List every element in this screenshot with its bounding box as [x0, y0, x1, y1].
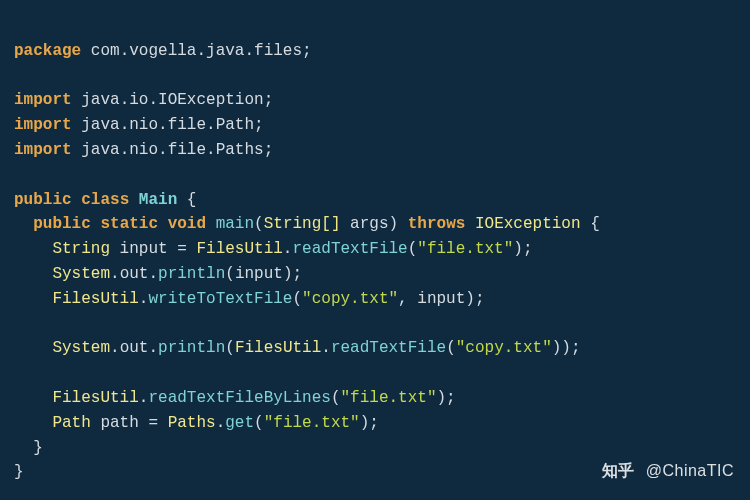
indent — [14, 215, 33, 233]
code-line-18: } — [14, 463, 24, 481]
paren-close-semi: ); — [437, 389, 456, 407]
brace-open: { — [177, 191, 196, 209]
code-line-4: import java.nio.file.Path; — [14, 116, 264, 134]
brace-close: } — [33, 439, 43, 457]
keyword-class: class — [81, 191, 129, 209]
indent — [14, 389, 52, 407]
method-println: println — [158, 339, 225, 357]
code-line-15: FilesUtil.readTextFileByLines("file.txt"… — [14, 389, 456, 407]
paren-open: ( — [408, 240, 418, 258]
brace-open: { — [581, 215, 600, 233]
string-file-txt: "file.txt" — [264, 414, 360, 432]
comma: , — [398, 290, 417, 308]
string-copy-txt: "copy.txt" — [456, 339, 552, 357]
indent — [14, 439, 33, 457]
paren-open: ( — [446, 339, 456, 357]
import-path: java.nio.file.Path — [81, 116, 254, 134]
paren-close-semi: ); — [513, 240, 532, 258]
class-filesutil: FilesUtil — [235, 339, 321, 357]
type-path: Path — [52, 414, 90, 432]
watermark-user: @ChinaTIC — [641, 462, 734, 479]
code-line-11: FilesUtil.writeToTextFile("copy.txt", in… — [14, 290, 485, 308]
method-readtextfilebylines: readTextFileByLines — [148, 389, 330, 407]
type-ioexception: IOException — [475, 215, 581, 233]
keyword-package: package — [14, 42, 81, 60]
dot: . — [321, 339, 331, 357]
var-path-assign: path = — [91, 414, 168, 432]
var-input: input — [417, 290, 465, 308]
keyword-throws: throws — [408, 215, 466, 233]
string-file-txt: "file.txt" — [417, 240, 513, 258]
paren-close-semi: ); — [360, 414, 379, 432]
paren-open: ( — [225, 265, 235, 283]
var-input-assign: input = — [110, 240, 196, 258]
keyword-public: public — [33, 215, 91, 233]
watermark: 知乎 @ChinaTIC — [602, 459, 734, 484]
method-println: println — [158, 265, 225, 283]
paren-open: ( — [292, 290, 302, 308]
import-path: java.nio.file.Paths — [81, 141, 263, 159]
class-filesutil: FilesUtil — [196, 240, 282, 258]
paren-close-semi: ); — [465, 290, 484, 308]
paren-open: ( — [254, 215, 264, 233]
class-system: System — [52, 265, 110, 283]
package-path: com.vogella.java.files — [91, 42, 302, 60]
dot: . — [110, 339, 120, 357]
string-file-txt: "file.txt" — [340, 389, 436, 407]
semicolon: ; — [264, 91, 274, 109]
code-line-10: System.out.println(input); — [14, 265, 302, 283]
type-string-array: String[] — [264, 215, 341, 233]
code-line-13: System.out.println(FilesUtil.readTextFil… — [14, 339, 581, 357]
arg-args: args — [340, 215, 388, 233]
method-get: get — [225, 414, 254, 432]
paren-open: ( — [225, 339, 235, 357]
indent — [14, 240, 52, 258]
code-line-16: Path path = Paths.get("file.txt"); — [14, 414, 379, 432]
paren-open: ( — [254, 414, 264, 432]
class-filesutil: FilesUtil — [52, 389, 138, 407]
class-paths: Paths — [168, 414, 216, 432]
dot: . — [148, 339, 158, 357]
code-line-3: import java.io.IOException; — [14, 91, 273, 109]
import-path: java.io.IOException — [81, 91, 263, 109]
code-line-9: String input = FilesUtil.readTextFile("f… — [14, 240, 533, 258]
method-writetotextfile: writeToTextFile — [148, 290, 292, 308]
field-out: out — [120, 339, 149, 357]
dot: . — [110, 265, 120, 283]
indent — [14, 414, 52, 432]
code-line-1: package com.vogella.java.files; — [14, 42, 312, 60]
method-main: main — [216, 215, 254, 233]
paren-close: ) — [389, 215, 399, 233]
zhihu-logo-icon: 知乎 — [602, 462, 635, 479]
class-system: System — [52, 339, 110, 357]
indent — [14, 290, 52, 308]
class-filesutil: FilesUtil — [52, 290, 138, 308]
code-line-8: public static void main(String[] args) t… — [14, 215, 600, 233]
code-line-5: import java.nio.file.Paths; — [14, 141, 273, 159]
indent — [14, 265, 52, 283]
class-name-main: Main — [139, 191, 177, 209]
semicolon: ; — [254, 116, 264, 134]
paren-close: ) — [552, 339, 562, 357]
keyword-import: import — [14, 141, 72, 159]
dot: . — [139, 389, 149, 407]
keyword-public: public — [14, 191, 72, 209]
string-copy-txt: "copy.txt" — [302, 290, 398, 308]
keyword-static: static — [100, 215, 158, 233]
code-line-7: public class Main { — [14, 191, 196, 209]
method-readtextfile: readTextFile — [331, 339, 446, 357]
paren-close-semi: ); — [561, 339, 580, 357]
dot: . — [148, 265, 158, 283]
dot: . — [139, 290, 149, 308]
code-line-17: } — [14, 439, 43, 457]
code-block: package com.vogella.java.files; import j… — [0, 0, 750, 499]
var-input: input — [235, 265, 283, 283]
dot: . — [216, 414, 226, 432]
keyword-void: void — [168, 215, 206, 233]
keyword-import: import — [14, 91, 72, 109]
semicolon: ; — [302, 42, 312, 60]
keyword-import: import — [14, 116, 72, 134]
brace-close: } — [14, 463, 24, 481]
method-readtextfile: readTextFile — [292, 240, 407, 258]
indent — [14, 339, 52, 357]
